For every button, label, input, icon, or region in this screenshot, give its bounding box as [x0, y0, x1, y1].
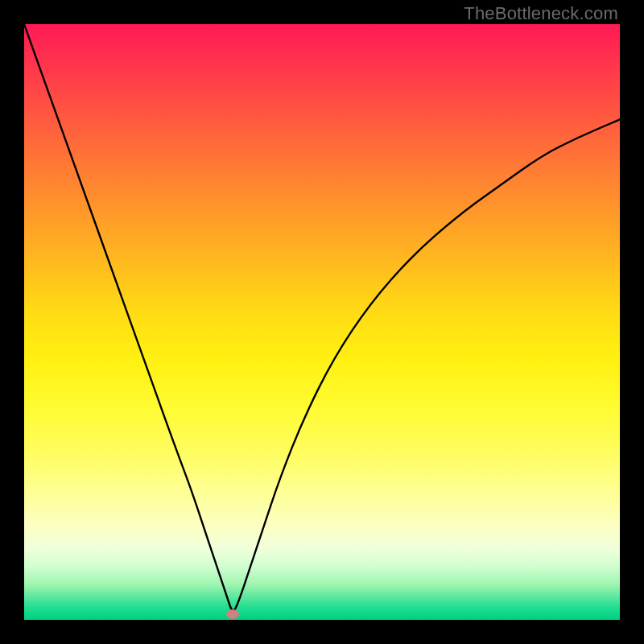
watermark-text: TheBottleneck.com — [464, 3, 618, 24]
chart-frame: TheBottleneck.com — [0, 0, 644, 644]
optimal-marker — [226, 609, 239, 619]
plot-area — [24, 24, 620, 620]
bottleneck-curve — [24, 24, 620, 620]
